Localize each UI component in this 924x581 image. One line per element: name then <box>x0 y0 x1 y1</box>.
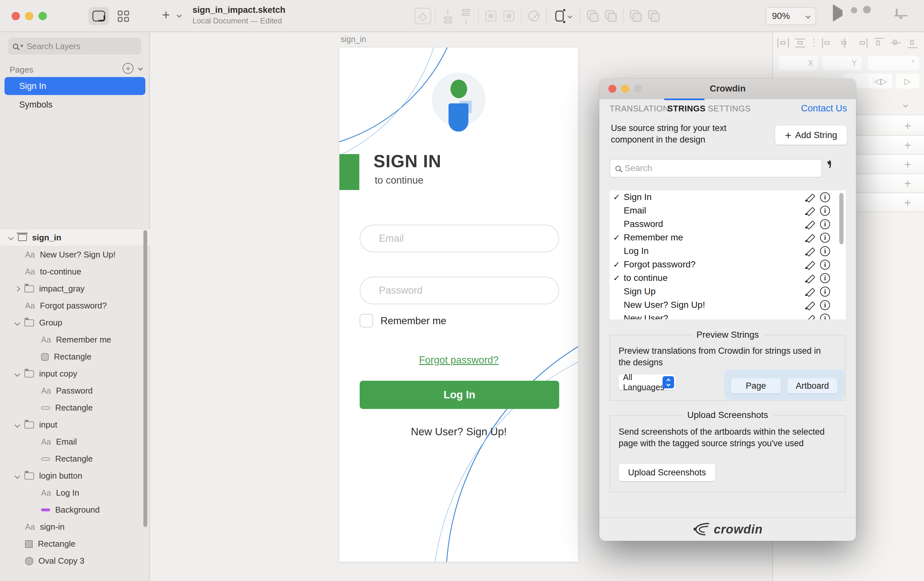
canvas-view-button[interactable] <box>89 7 109 25</box>
edit-string-pencil-icon[interactable] <box>805 287 815 296</box>
union-button[interactable] <box>584 6 602 26</box>
subtract-button[interactable] <box>602 6 620 26</box>
layer-row-rectangle[interactable]: Rectangle <box>0 450 150 467</box>
distribute-horizontal-icon[interactable] <box>777 37 789 49</box>
edit-string-pencil-icon[interactable] <box>805 260 815 270</box>
add-shadow-button[interactable]: + <box>901 177 914 190</box>
edit-shape-button[interactable] <box>525 6 543 26</box>
layer-row-group[interactable]: Group <box>0 314 150 331</box>
layer-row-login-button[interactable]: login button <box>0 467 150 484</box>
zoom-level-select[interactable]: 90% <box>766 7 816 25</box>
tab-translation[interactable]: TRANSLATION <box>610 104 669 114</box>
string-info-icon[interactable]: i <box>820 246 830 256</box>
refresh-strings-button[interactable] <box>828 161 842 175</box>
layers-scrollbar[interactable] <box>144 230 147 527</box>
login-button[interactable]: Log In <box>360 381 559 409</box>
string-row-to-continue[interactable]: ✓to continuei <box>610 271 846 285</box>
string-row-new-user-[interactable]: New User?i <box>610 312 846 319</box>
align-top-icon[interactable] <box>873 37 884 49</box>
layer-row-impact-gray[interactable]: impact_gray <box>0 280 150 297</box>
layer-row-sign-in[interactable]: Aasign-in <box>0 518 150 535</box>
add-fill-button[interactable]: + <box>901 139 914 152</box>
minimize-window-button[interactable] <box>25 12 33 20</box>
string-info-icon[interactable]: i <box>820 273 830 283</box>
crowdin-zoom-button[interactable] <box>634 85 642 93</box>
align-middle-vertical-icon[interactable] <box>890 37 901 49</box>
string-row-sign-in[interactable]: ✓Sign Ini <box>610 190 846 204</box>
edit-string-pencil-icon[interactable] <box>805 206 815 216</box>
string-info-icon[interactable]: i <box>820 206 830 216</box>
forgot-password-link[interactable]: Forgot password? <box>340 354 578 366</box>
crowdin-minimize-button[interactable] <box>621 85 629 93</box>
align-bottom-icon[interactable] <box>907 37 919 49</box>
chevron-down-icon[interactable] <box>15 473 20 478</box>
insert-button[interactable]: + <box>162 8 170 22</box>
layer-row-email[interactable]: AaEmail <box>0 433 150 450</box>
chevron-down-icon[interactable] <box>8 235 14 240</box>
password-field[interactable]: Password <box>360 277 559 304</box>
string-row-new-user-sign-up-[interactable]: New User? Sign Up!i <box>610 298 846 312</box>
layer-row-password[interactable]: AaPassword <box>0 382 150 399</box>
create-symbol-button[interactable]: ◇ <box>414 6 432 26</box>
add-string-button[interactable]: + Add String <box>775 126 847 145</box>
layer-row-new-user-sign-up-[interactable]: AaNew User? Sign Up! <box>0 246 150 263</box>
add-border-button[interactable]: + <box>901 158 914 171</box>
contact-us-link[interactable]: Contact Us <box>801 103 847 114</box>
layer-row-log-in[interactable]: AaLog In <box>0 484 150 502</box>
more-options-icon[interactable] <box>812 37 817 49</box>
layer-row-oval-copy-3[interactable]: Oval Copy 3 <box>0 553 150 569</box>
notifications-button[interactable] <box>896 10 898 15</box>
sidebar-page-symbols[interactable]: Symbols <box>5 96 145 114</box>
string-info-icon[interactable]: i <box>820 192 830 202</box>
y-position-field[interactable]: Y <box>822 56 861 70</box>
add-blur-button[interactable]: + <box>901 196 914 210</box>
align-right-icon[interactable] <box>856 37 868 49</box>
string-info-icon[interactable]: i <box>820 300 830 310</box>
intersect-button[interactable] <box>627 6 645 26</box>
upload-screenshots-button[interactable]: Upload Screenshots <box>619 464 716 481</box>
layer-row-sign-in[interactable]: sign_in <box>0 229 150 246</box>
flip-vertical-button[interactable]: ▷ <box>896 74 919 89</box>
rotation-field[interactable]: ° <box>868 56 919 70</box>
layer-row-to-continue[interactable]: Aato-continue <box>0 263 150 280</box>
chevron-right-icon[interactable] <box>15 286 20 291</box>
layer-row-rectangle[interactable]: Rectangle <box>0 535 150 553</box>
crowdin-close-button[interactable] <box>608 85 616 93</box>
chevron-down-icon[interactable] <box>15 371 20 377</box>
grid-view-button[interactable] <box>113 7 134 25</box>
close-window-button[interactable] <box>12 12 20 20</box>
tab-strings[interactable]: STRINGS <box>667 104 706 114</box>
language-select[interactable]: All Languages <box>619 375 676 390</box>
string-row-forgot-password-[interactable]: ✓Forgot password?i <box>610 258 846 271</box>
difference-button[interactable] <box>645 6 663 26</box>
move-backward-button[interactable]: ↓ <box>457 6 475 26</box>
pages-collapse-chevron-icon[interactable] <box>139 66 142 71</box>
strings-list-scrollbar[interactable] <box>839 193 843 244</box>
remember-me-checkbox[interactable] <box>360 314 373 328</box>
align-center-horizontal-icon[interactable] <box>839 37 851 49</box>
string-info-icon[interactable]: i <box>820 219 830 229</box>
edit-string-pencil-icon[interactable] <box>805 300 815 310</box>
layer-row-rectangle[interactable]: Rectangle <box>0 399 150 416</box>
sidebar-page-sign-in[interactable]: Sign In <box>5 77 145 95</box>
string-info-icon[interactable]: i <box>820 314 830 319</box>
string-row-email[interactable]: Emaili <box>610 204 846 217</box>
align-left-icon[interactable] <box>822 37 833 49</box>
edit-string-pencil-icon[interactable] <box>805 273 815 283</box>
string-row-remember-me[interactable]: ✓Remember mei <box>610 231 846 244</box>
preview-page-button[interactable]: Page <box>731 378 781 394</box>
layer-row-input[interactable]: input <box>0 416 150 433</box>
artboard-label[interactable]: sign_in <box>341 35 366 44</box>
ungroup-button[interactable] <box>500 6 518 26</box>
zoom-window-button[interactable] <box>38 12 47 20</box>
tab-settings[interactable]: SETTINGS <box>708 104 751 114</box>
layer-row-forgot-password-[interactable]: AaForgot password? <box>0 297 150 314</box>
x-position-field[interactable]: X <box>779 56 818 70</box>
string-info-icon[interactable]: i <box>820 233 830 243</box>
search-layers-input[interactable]: Search Layers <box>8 38 141 55</box>
string-row-password[interactable]: Passwordi <box>610 217 846 231</box>
distribute-vertical-icon[interactable] <box>794 37 806 49</box>
add-page-button[interactable]: + <box>122 63 134 74</box>
layer-row-input-copy[interactable]: input copy <box>0 365 150 382</box>
chevron-down-icon[interactable] <box>15 320 20 326</box>
